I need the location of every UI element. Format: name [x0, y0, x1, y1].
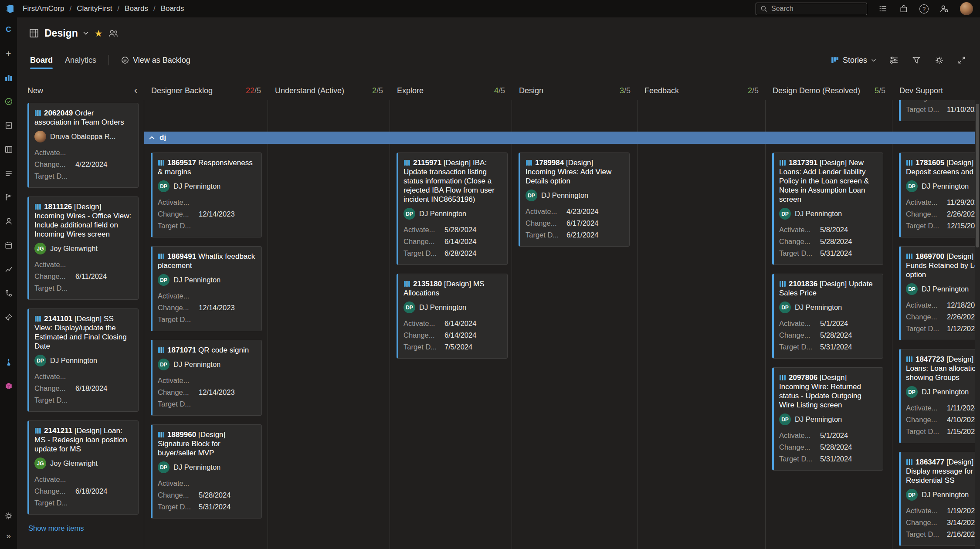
field-value: 5/1/2024 [820, 318, 848, 329]
user-story-icon [34, 203, 41, 210]
work-items-icon[interactable] [0, 113, 17, 137]
card-field: Target D... [158, 398, 255, 410]
card-field: Activate...5/8/2024 [779, 224, 877, 236]
user-story-icon [34, 110, 41, 116]
delivery-plans-icon[interactable] [0, 233, 17, 257]
team-members-icon[interactable] [109, 29, 119, 37]
board-picker-chevron-icon[interactable] [83, 31, 89, 35]
work-item-card[interactable]: 2141101 [Design] SS View: Display/update… [27, 308, 139, 412]
breadcrumb-item-project[interactable]: ClarityFirst [77, 4, 112, 13]
field-label: Activate... [404, 224, 444, 236]
work-item-id: 1889960 [167, 430, 196, 439]
tab-analytics[interactable]: Analytics [65, 49, 96, 71]
card-field: Target D... [34, 170, 132, 182]
tab-board[interactable]: Board [30, 49, 53, 71]
pipelines-icon[interactable] [0, 305, 17, 329]
task-list-icon[interactable] [878, 3, 888, 14]
column-header-designer-backlog: Designer Backlog22/5 [144, 81, 268, 100]
backlog-level-selector[interactable]: Stories [831, 56, 876, 65]
work-item-card[interactable]: 1811126 [Design] Incoming Wires - Office… [27, 197, 139, 300]
work-item-card[interactable]: 2135180 [Design] MS AllocationsDPDJ Penn… [397, 274, 508, 359]
azure-devops-boards-app: FirstAmCorp / ClarityFirst / Boards / Bo… [0, 0, 980, 549]
work-item-card[interactable]: 2062049 Order association in Team Orders… [27, 103, 139, 188]
stories-board-icon [831, 56, 839, 64]
collapse-swimlane-icon[interactable] [149, 136, 155, 140]
work-item-card-partial[interactable]: Change...6/10/2024Target D...11/10/2023 [899, 100, 980, 121]
work-item-id: 1789984 [535, 159, 564, 167]
work-item-card[interactable]: 1781605 [Design] ACH Deposit screens and… [899, 152, 980, 237]
card-field: Target D...12/15/2023 [906, 220, 980, 232]
filter-icon[interactable] [911, 55, 922, 65]
card-assignee: DPDJ Pennington [906, 180, 980, 192]
backlogs-icon[interactable] [0, 161, 17, 185]
card-title: 2141101 [Design] SS View: Display/update… [34, 314, 132, 351]
work-item-card[interactable]: 1869491 Whatfix feedback placementDPDJ P… [151, 246, 262, 331]
breadcrumb-item-org[interactable]: FirstAmCorp [23, 4, 64, 13]
card-title: 1869700 [Design] Loan Funds Retained by … [906, 252, 980, 279]
card-field: Change...6/17/2024 [526, 217, 623, 229]
queries-icon[interactable] [0, 209, 17, 233]
artifacts-icon[interactable] [0, 374, 17, 398]
card-field: Target D...5/31/2024 [158, 501, 255, 513]
card-field: Change...4/22/2024 [34, 159, 132, 170]
vertical-scrollbar[interactable] [975, 100, 980, 549]
view-as-backlog-button[interactable]: View as Backlog [121, 56, 190, 65]
sprints-icon[interactable] [0, 185, 17, 209]
add-icon[interactable]: + [0, 41, 17, 65]
backlog-level-label: Stories [843, 56, 867, 65]
card-field: Activate... [158, 375, 255, 386]
field-label: Change... [158, 302, 199, 314]
boards-icon[interactable] [0, 137, 17, 161]
work-item-card[interactable]: 1789984 [Design] Incoming Wires: Add Vie… [519, 152, 630, 247]
fullscreen-expand-icon[interactable] [956, 55, 967, 65]
field-label: Activate... [906, 299, 947, 311]
vertical-scrollbar-thumb[interactable] [976, 104, 979, 247]
column-feedback-cards [638, 144, 766, 549]
strip-cell-feedback [638, 100, 766, 132]
repos-icon[interactable] [0, 281, 17, 305]
search-input[interactable] [771, 5, 862, 13]
field-label: Change... [779, 236, 820, 247]
work-item-card[interactable]: 1889960 [Design] Signature Block for buy… [151, 424, 262, 518]
approvals-icon[interactable] [0, 89, 17, 113]
work-item-card[interactable]: 1847723 [Design] MS Loans: Loan allocati… [899, 349, 980, 443]
user-avatar[interactable] [960, 2, 973, 15]
board-gear-icon[interactable] [934, 55, 944, 65]
strip-cell-designer-backlog [144, 100, 268, 132]
breadcrumb-item-page[interactable]: Boards [161, 4, 184, 13]
analytics-icon[interactable] [0, 257, 17, 281]
field-label: Change... [779, 441, 820, 453]
collapse-column-icon[interactable]: ‹ [134, 86, 137, 95]
work-item-card[interactable]: 2115971 [Design] IBA: Update transaction… [397, 152, 508, 265]
favorite-star-icon[interactable]: ★ [95, 29, 103, 38]
search-box[interactable] [756, 3, 867, 15]
card-title: 1863477 [Design] SS Display message for … [906, 458, 980, 485]
card-field: Change...5/28/2024 [779, 236, 877, 247]
breadcrumb-item-hub[interactable]: Boards [125, 4, 148, 13]
help-icon[interactable]: ? [919, 4, 929, 14]
card-field: Change...6/18/2024 [34, 485, 132, 497]
work-item-card[interactable]: 1869517 Responsiveness & marginsDPDJ Pen… [151, 152, 262, 237]
card-assignee: DPDJ Pennington [158, 180, 255, 192]
work-item-card[interactable]: 2101836 [Design] Update Sales PriceDPDJ … [772, 274, 883, 359]
project-settings-gear-icon[interactable] [0, 508, 17, 524]
project-avatar[interactable]: C [0, 17, 17, 41]
work-item-card[interactable]: 1869700 [Design] Loan Funds Retained by … [899, 246, 980, 340]
test-plans-icon[interactable] [0, 350, 17, 374]
work-item-card[interactable]: 2097806 [Design] Incoming Wire: Returned… [772, 367, 883, 471]
field-label: Change... [906, 311, 947, 323]
board-settings-sliders-icon[interactable] [888, 55, 899, 65]
work-item-card[interactable]: 1871071 QR code signinDPDJ PenningtonAct… [151, 340, 262, 416]
user-settings-icon[interactable] [939, 3, 949, 14]
marketplace-bag-icon[interactable] [899, 3, 909, 14]
work-item-card[interactable]: 2141211 [Design] Loan: MS - Redesign loa… [27, 420, 139, 515]
boards-blue-icon[interactable] [0, 65, 17, 89]
azure-devops-logo-icon[interactable] [0, 0, 19, 17]
field-value: 5/1/2024 [820, 430, 848, 441]
field-value: 6/14/2024 [444, 236, 476, 247]
expand-sidenav-icon[interactable]: » [0, 528, 17, 544]
work-item-card[interactable]: 1817391 [Design] New Loans: Add Lender l… [772, 152, 883, 265]
field-label: Activate... [34, 371, 75, 383]
work-item-card[interactable]: 1863477 [Design] SS Display message for … [899, 452, 980, 546]
show-more-items-link[interactable]: Show more items [28, 524, 84, 532]
